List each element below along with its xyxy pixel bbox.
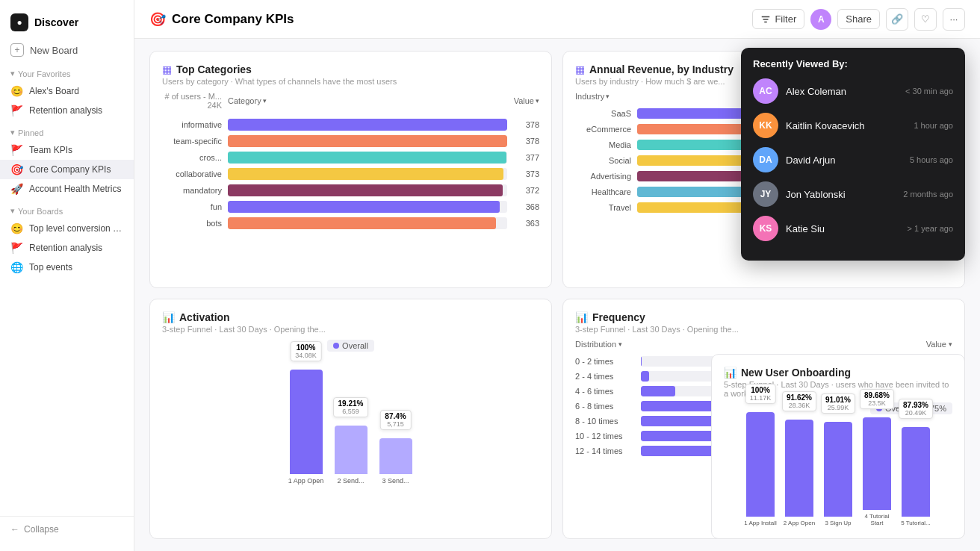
viewer-avatar: AC bbox=[753, 78, 778, 104]
more-button[interactable]: ··· bbox=[943, 8, 965, 31]
sidebar-item-core-company-kpis[interactable]: 🎯 Core Company KPIs bbox=[0, 160, 134, 179]
frequency-icon: 📊 bbox=[575, 311, 588, 323]
industry-name: eCommerce bbox=[575, 125, 631, 134]
recently-viewed-popup: Recently Viewed By: AC Alex Coleman < 30… bbox=[741, 48, 965, 261]
nuo-step-label: 4 Tutorial Start bbox=[860, 513, 894, 526]
sidebar-item-label: Top level conversion rates bbox=[29, 223, 123, 234]
sidebar-item-account-health[interactable]: 🚀 Account Health Metrics bbox=[0, 179, 134, 199]
sidebar-item-label: Retention analysis bbox=[29, 243, 102, 253]
category-row: team-specific 378 bbox=[162, 135, 539, 147]
sidebar-item-label: Team KPIs bbox=[29, 145, 72, 155]
activation-card: 📊 Activation 3-step Funnel · Last 30 Day… bbox=[149, 299, 552, 539]
sidebar-item-label: Alex's Board bbox=[29, 86, 79, 96]
boards-header[interactable]: ▾ Your Boards bbox=[0, 199, 134, 219]
share-label: Share bbox=[846, 13, 872, 25]
nuo-funnel-bar: 91.62%28.36K bbox=[785, 420, 813, 517]
link-button[interactable]: 🔗 bbox=[886, 8, 908, 31]
category-row: bots 363 bbox=[162, 217, 539, 229]
new-board-button[interactable]: + New Board bbox=[0, 39, 134, 61]
recently-viewed-row: JY Jon Yablonski 2 months ago bbox=[753, 181, 953, 207]
nuo-funnel-tooltip: 100%11.17K bbox=[745, 384, 776, 404]
dist-col-header[interactable]: Distribution ▾ bbox=[575, 340, 622, 349]
filter-label: Filter bbox=[775, 13, 796, 25]
categories-title: Top Categories bbox=[176, 63, 252, 75]
sidebar: ● Discover + New Board ▾ Your Favorites … bbox=[0, 0, 134, 551]
viewer-name: Katie Siu bbox=[786, 223, 900, 234]
revenue-title: Annual Revenue, by Industry bbox=[589, 63, 734, 75]
viewer-time: 5 hours ago bbox=[910, 155, 953, 164]
funnel-column: 100%34.08K1 App Open bbox=[288, 370, 325, 485]
title-text: Core Company KPIs bbox=[172, 12, 294, 27]
new-user-onboarding-card: 📊 New User Onboarding 5-step Funnel · La… bbox=[711, 354, 965, 539]
funnel-column: 19.21%6,5592 Send... bbox=[332, 426, 370, 485]
nuo-funnel-bar: 89.68%23.5K bbox=[863, 417, 891, 510]
distribution-label: Distribution bbox=[575, 340, 616, 349]
rocket-icon: 🚀 bbox=[10, 183, 23, 195]
collapse-label: Collapse bbox=[24, 524, 59, 535]
bar-fill bbox=[228, 201, 500, 213]
title-icon: 🎯 bbox=[149, 11, 166, 28]
viewer-name: Jon Yablonski bbox=[786, 189, 896, 200]
nuo-funnel-column: 91.01%25.99K3 Sign Up bbox=[821, 422, 855, 526]
viewer-avatar: KK bbox=[753, 113, 778, 138]
col-value-header[interactable]: Value ▾ bbox=[514, 92, 539, 110]
bar-label: fun bbox=[162, 202, 222, 211]
sidebar-item-label: Account Health Metrics bbox=[29, 184, 121, 194]
share-button[interactable]: Share bbox=[837, 9, 880, 29]
bar-track bbox=[228, 217, 507, 229]
favorites-header[interactable]: ▾ Your Favorites bbox=[0, 61, 134, 81]
overall-badge: Overall bbox=[327, 340, 374, 352]
nuo-funnel-bar: 100%11.17K bbox=[746, 412, 775, 517]
flag-icon: 🚩 bbox=[10, 242, 23, 254]
activation-subtitle: 3-step Funnel · Last 30 Days · Opening t… bbox=[162, 325, 539, 334]
revenue-icon: ▦ bbox=[575, 63, 585, 75]
bar-label: team-specific bbox=[162, 137, 222, 146]
activation-overall: Overall bbox=[162, 340, 539, 352]
sidebar-item-retention-analysis-fav[interactable]: 🚩 Retention analysis bbox=[0, 101, 134, 120]
funnel-tooltip: 19.21%6,559 bbox=[333, 397, 369, 417]
recently-viewed-row: DA David Arjun 5 hours ago bbox=[753, 147, 953, 172]
flag-icon: 🚩 bbox=[10, 105, 23, 116]
industry-name: Social bbox=[575, 156, 631, 165]
industry-bar-fill bbox=[637, 202, 745, 213]
sidebar-item-retention-analysis[interactable]: 🚩 Retention analysis bbox=[0, 238, 134, 258]
activation-icon: 📊 bbox=[162, 311, 175, 323]
nuo-funnel-tooltip: 91.62%28.36K bbox=[782, 391, 816, 411]
sidebar-item-team-kpis[interactable]: 🚩 Team KPIs bbox=[0, 140, 134, 160]
pinned-label: Pinned bbox=[18, 128, 43, 137]
bar-fill bbox=[228, 119, 507, 131]
industry-name: Healthcare bbox=[575, 187, 631, 196]
col-industry-header[interactable]: Industry ▾ bbox=[575, 92, 610, 101]
sidebar-item-alexs-board[interactable]: 😊 Alex's Board bbox=[0, 81, 134, 101]
freq-bar-fill bbox=[641, 371, 649, 382]
frequency-title: Frequency bbox=[592, 311, 645, 323]
favorite-button[interactable]: ♡ bbox=[914, 8, 937, 31]
nuo-step-label: 2 App Open bbox=[782, 520, 816, 526]
sidebar-logo[interactable]: ● Discover bbox=[0, 9, 134, 39]
bar-track bbox=[228, 119, 507, 131]
filter-button[interactable]: Filter bbox=[752, 9, 804, 29]
page-header: 🎯 Core Company KPIs Filter A Share 🔗 ♡ ·… bbox=[134, 0, 980, 39]
chevron-icon: ▾ bbox=[536, 97, 539, 105]
col-category-header[interactable]: Category ▾ bbox=[228, 92, 267, 110]
sidebar-item-top-events[interactable]: 🌐 Top events bbox=[0, 258, 134, 277]
funnel-bar: 87.4%5,715 bbox=[379, 438, 412, 474]
pinned-header[interactable]: ▾ Pinned bbox=[0, 120, 134, 140]
activation-title: Activation bbox=[179, 311, 230, 323]
category-row: fun 368 bbox=[162, 201, 539, 213]
flag-icon: 🚩 bbox=[10, 144, 23, 156]
industry-name: Advertising bbox=[575, 172, 631, 181]
sidebar-logo-label: Discover bbox=[34, 16, 78, 28]
bar-track bbox=[228, 201, 507, 213]
filter-icon bbox=[760, 14, 771, 25]
freq-label: 8 - 10 times bbox=[575, 417, 635, 426]
sidebar-item-top-level[interactable]: 😊 Top level conversion rates bbox=[0, 219, 134, 238]
chevron-down-icon: ▾ bbox=[10, 69, 15, 78]
collapse-button[interactable]: ← Collapse bbox=[0, 516, 134, 542]
badge-dot bbox=[333, 343, 339, 349]
nuo-funnel: 100%11.17K1 App Install91.62%28.36K2 App… bbox=[724, 414, 952, 526]
value-col-header[interactable]: Value ▾ bbox=[926, 340, 952, 349]
overall-label: Overall bbox=[342, 341, 368, 350]
favorites-label: Your Favorites bbox=[18, 69, 71, 78]
chevron-icon: ▾ bbox=[606, 93, 610, 100]
